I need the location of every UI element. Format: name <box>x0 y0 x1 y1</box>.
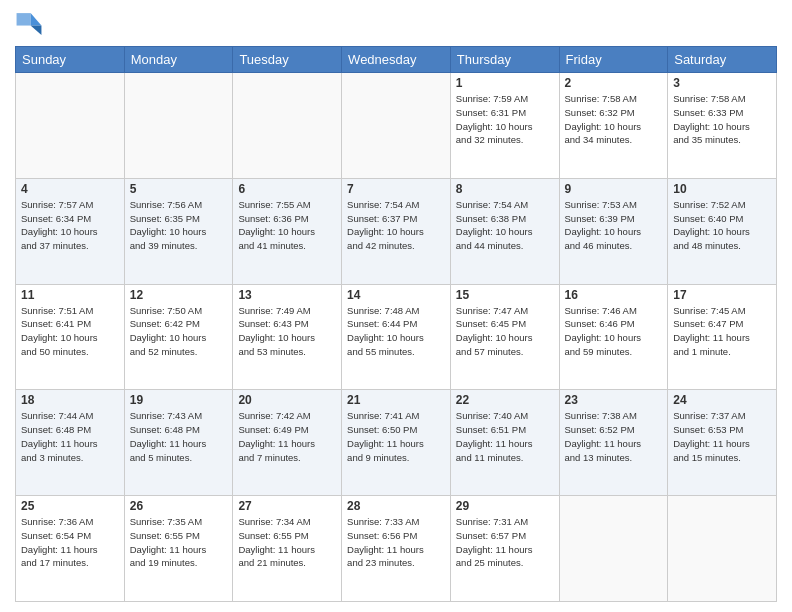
day-cell: 27Sunrise: 7:34 AM Sunset: 6:55 PM Dayli… <box>233 496 342 602</box>
day-info: Sunrise: 7:53 AM Sunset: 6:39 PM Dayligh… <box>565 198 663 253</box>
day-cell <box>342 73 451 179</box>
day-number: 3 <box>673 76 771 90</box>
day-number: 14 <box>347 288 445 302</box>
day-number: 13 <box>238 288 336 302</box>
day-number: 20 <box>238 393 336 407</box>
day-cell: 16Sunrise: 7:46 AM Sunset: 6:46 PM Dayli… <box>559 284 668 390</box>
day-number: 17 <box>673 288 771 302</box>
day-info: Sunrise: 7:47 AM Sunset: 6:45 PM Dayligh… <box>456 304 554 359</box>
day-info: Sunrise: 7:56 AM Sunset: 6:35 PM Dayligh… <box>130 198 228 253</box>
day-cell: 22Sunrise: 7:40 AM Sunset: 6:51 PM Dayli… <box>450 390 559 496</box>
day-number: 15 <box>456 288 554 302</box>
day-cell: 2Sunrise: 7:58 AM Sunset: 6:32 PM Daylig… <box>559 73 668 179</box>
day-number: 27 <box>238 499 336 513</box>
day-info: Sunrise: 7:43 AM Sunset: 6:48 PM Dayligh… <box>130 409 228 464</box>
day-number: 9 <box>565 182 663 196</box>
logo <box>15 10 47 38</box>
day-cell: 18Sunrise: 7:44 AM Sunset: 6:48 PM Dayli… <box>16 390 125 496</box>
day-number: 10 <box>673 182 771 196</box>
day-info: Sunrise: 7:38 AM Sunset: 6:52 PM Dayligh… <box>565 409 663 464</box>
day-cell: 3Sunrise: 7:58 AM Sunset: 6:33 PM Daylig… <box>668 73 777 179</box>
day-number: 22 <box>456 393 554 407</box>
day-cell: 20Sunrise: 7:42 AM Sunset: 6:49 PM Dayli… <box>233 390 342 496</box>
day-cell <box>233 73 342 179</box>
day-info: Sunrise: 7:33 AM Sunset: 6:56 PM Dayligh… <box>347 515 445 570</box>
day-number: 16 <box>565 288 663 302</box>
day-number: 7 <box>347 182 445 196</box>
day-cell: 9Sunrise: 7:53 AM Sunset: 6:39 PM Daylig… <box>559 178 668 284</box>
day-cell: 29Sunrise: 7:31 AM Sunset: 6:57 PM Dayli… <box>450 496 559 602</box>
day-info: Sunrise: 7:36 AM Sunset: 6:54 PM Dayligh… <box>21 515 119 570</box>
day-info: Sunrise: 7:35 AM Sunset: 6:55 PM Dayligh… <box>130 515 228 570</box>
day-info: Sunrise: 7:55 AM Sunset: 6:36 PM Dayligh… <box>238 198 336 253</box>
day-info: Sunrise: 7:34 AM Sunset: 6:55 PM Dayligh… <box>238 515 336 570</box>
day-cell: 19Sunrise: 7:43 AM Sunset: 6:48 PM Dayli… <box>124 390 233 496</box>
day-number: 28 <box>347 499 445 513</box>
day-cell: 21Sunrise: 7:41 AM Sunset: 6:50 PM Dayli… <box>342 390 451 496</box>
day-number: 2 <box>565 76 663 90</box>
weekday-thursday: Thursday <box>450 47 559 73</box>
weekday-row: SundayMondayTuesdayWednesdayThursdayFrid… <box>16 47 777 73</box>
day-cell: 15Sunrise: 7:47 AM Sunset: 6:45 PM Dayli… <box>450 284 559 390</box>
day-info: Sunrise: 7:48 AM Sunset: 6:44 PM Dayligh… <box>347 304 445 359</box>
day-info: Sunrise: 7:57 AM Sunset: 6:34 PM Dayligh… <box>21 198 119 253</box>
day-cell: 8Sunrise: 7:54 AM Sunset: 6:38 PM Daylig… <box>450 178 559 284</box>
weekday-friday: Friday <box>559 47 668 73</box>
svg-rect-2 <box>17 13 31 25</box>
logo-icon <box>15 10 43 38</box>
svg-marker-0 <box>31 13 42 25</box>
day-number: 26 <box>130 499 228 513</box>
day-cell: 12Sunrise: 7:50 AM Sunset: 6:42 PM Dayli… <box>124 284 233 390</box>
day-cell: 1Sunrise: 7:59 AM Sunset: 6:31 PM Daylig… <box>450 73 559 179</box>
calendar-header: SundayMondayTuesdayWednesdayThursdayFrid… <box>16 47 777 73</box>
day-info: Sunrise: 7:49 AM Sunset: 6:43 PM Dayligh… <box>238 304 336 359</box>
day-info: Sunrise: 7:54 AM Sunset: 6:38 PM Dayligh… <box>456 198 554 253</box>
day-info: Sunrise: 7:58 AM Sunset: 6:33 PM Dayligh… <box>673 92 771 147</box>
day-info: Sunrise: 7:59 AM Sunset: 6:31 PM Dayligh… <box>456 92 554 147</box>
day-info: Sunrise: 7:46 AM Sunset: 6:46 PM Dayligh… <box>565 304 663 359</box>
day-cell <box>124 73 233 179</box>
day-info: Sunrise: 7:58 AM Sunset: 6:32 PM Dayligh… <box>565 92 663 147</box>
weekday-wednesday: Wednesday <box>342 47 451 73</box>
day-number: 18 <box>21 393 119 407</box>
day-number: 6 <box>238 182 336 196</box>
day-cell: 28Sunrise: 7:33 AM Sunset: 6:56 PM Dayli… <box>342 496 451 602</box>
day-cell: 10Sunrise: 7:52 AM Sunset: 6:40 PM Dayli… <box>668 178 777 284</box>
day-cell: 26Sunrise: 7:35 AM Sunset: 6:55 PM Dayli… <box>124 496 233 602</box>
header <box>15 10 777 38</box>
day-cell <box>16 73 125 179</box>
weekday-monday: Monday <box>124 47 233 73</box>
day-number: 4 <box>21 182 119 196</box>
day-number: 11 <box>21 288 119 302</box>
week-row-2: 4Sunrise: 7:57 AM Sunset: 6:34 PM Daylig… <box>16 178 777 284</box>
day-cell: 17Sunrise: 7:45 AM Sunset: 6:47 PM Dayli… <box>668 284 777 390</box>
day-cell: 13Sunrise: 7:49 AM Sunset: 6:43 PM Dayli… <box>233 284 342 390</box>
day-number: 8 <box>456 182 554 196</box>
day-info: Sunrise: 7:54 AM Sunset: 6:37 PM Dayligh… <box>347 198 445 253</box>
calendar: SundayMondayTuesdayWednesdayThursdayFrid… <box>15 46 777 602</box>
day-info: Sunrise: 7:52 AM Sunset: 6:40 PM Dayligh… <box>673 198 771 253</box>
day-cell: 23Sunrise: 7:38 AM Sunset: 6:52 PM Dayli… <box>559 390 668 496</box>
day-cell: 24Sunrise: 7:37 AM Sunset: 6:53 PM Dayli… <box>668 390 777 496</box>
day-cell: 25Sunrise: 7:36 AM Sunset: 6:54 PM Dayli… <box>16 496 125 602</box>
day-info: Sunrise: 7:31 AM Sunset: 6:57 PM Dayligh… <box>456 515 554 570</box>
weekday-sunday: Sunday <box>16 47 125 73</box>
day-cell: 7Sunrise: 7:54 AM Sunset: 6:37 PM Daylig… <box>342 178 451 284</box>
day-cell: 11Sunrise: 7:51 AM Sunset: 6:41 PM Dayli… <box>16 284 125 390</box>
day-number: 25 <box>21 499 119 513</box>
day-info: Sunrise: 7:42 AM Sunset: 6:49 PM Dayligh… <box>238 409 336 464</box>
day-cell: 14Sunrise: 7:48 AM Sunset: 6:44 PM Dayli… <box>342 284 451 390</box>
day-info: Sunrise: 7:51 AM Sunset: 6:41 PM Dayligh… <box>21 304 119 359</box>
day-cell: 6Sunrise: 7:55 AM Sunset: 6:36 PM Daylig… <box>233 178 342 284</box>
day-number: 21 <box>347 393 445 407</box>
day-info: Sunrise: 7:40 AM Sunset: 6:51 PM Dayligh… <box>456 409 554 464</box>
day-number: 12 <box>130 288 228 302</box>
day-number: 29 <box>456 499 554 513</box>
week-row-4: 18Sunrise: 7:44 AM Sunset: 6:48 PM Dayli… <box>16 390 777 496</box>
svg-marker-1 <box>31 26 42 35</box>
calendar-body: 1Sunrise: 7:59 AM Sunset: 6:31 PM Daylig… <box>16 73 777 602</box>
day-cell <box>668 496 777 602</box>
day-info: Sunrise: 7:41 AM Sunset: 6:50 PM Dayligh… <box>347 409 445 464</box>
day-cell <box>559 496 668 602</box>
weekday-tuesday: Tuesday <box>233 47 342 73</box>
